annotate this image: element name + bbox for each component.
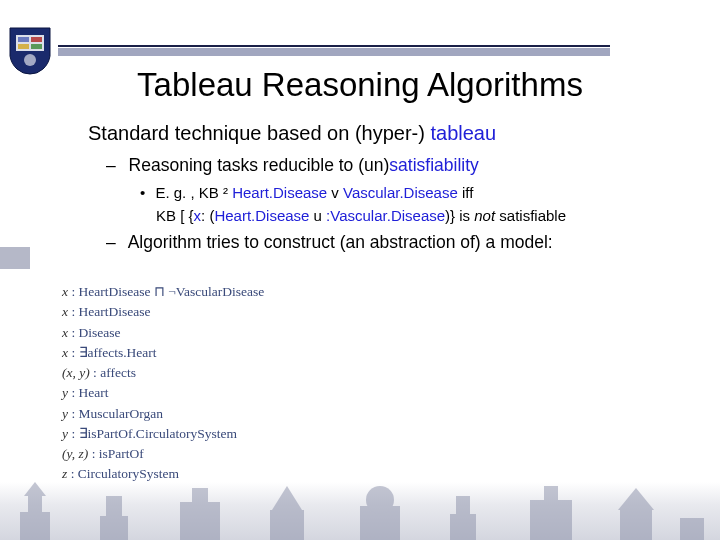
header-bar (0, 20, 720, 46)
svg-marker-8 (24, 482, 46, 496)
row-expr: : Disease (68, 325, 120, 340)
model-row: x : HeartDisease (62, 302, 264, 322)
page-title: Tableau Reasoning Algorithms (0, 66, 720, 104)
row-expr: : ∃isPartOf.CirculatorySystem (68, 426, 237, 441)
open-bracket: [ (180, 207, 188, 224)
slide: Tableau Reasoning Algorithms Standard te… (0, 0, 720, 540)
header-rule-dark (58, 45, 610, 47)
heart-disease: Heart.Disease (228, 184, 331, 201)
bullet-level2-line2: KB [ {x: (Heart.Disease u :Vascular.Dise… (156, 207, 680, 224)
header-rule-light (58, 48, 610, 56)
svg-marker-22 (618, 488, 654, 510)
svg-rect-1 (18, 37, 29, 42)
model-row: (x, y) : affects (62, 363, 264, 383)
satisfiable-text: satisfiable (495, 207, 566, 224)
bullet-level1-satisfiability: – Reasoning tasks reducible to (un)satis… (106, 155, 680, 176)
row-expr: : affects (90, 365, 136, 380)
row-expr: : MuscularOrgan (68, 406, 163, 421)
svg-rect-13 (270, 510, 304, 540)
model-row: y : ∃isPartOf.CirculatorySystem (62, 424, 264, 444)
row-expr: : Heart (68, 385, 108, 400)
svg-rect-19 (530, 500, 572, 540)
kb-text: KB (156, 207, 180, 224)
dot-icon: • (140, 184, 145, 201)
svg-rect-11 (180, 502, 220, 540)
svg-rect-18 (456, 496, 470, 514)
content-body: Standard technique based on (hyper-) tab… (88, 122, 680, 261)
svg-rect-20 (544, 486, 558, 500)
eg-text: E. g. , KB (155, 184, 223, 201)
vascular-disease-2: Vascular.Disease (330, 207, 445, 224)
left-accent-strip (0, 247, 30, 269)
row-expr: : HeartDisease (68, 304, 150, 319)
model-row: y : MuscularOrgan (62, 404, 264, 424)
svg-rect-23 (680, 518, 704, 540)
vascular-disease: Vascular.Disease (339, 184, 458, 201)
x-var: x (194, 207, 202, 224)
model-row: y : Heart (62, 383, 264, 403)
row-expr: : HeartDisease ⊓ ¬VascularDisease (68, 284, 264, 299)
svg-rect-12 (192, 488, 208, 502)
svg-marker-14 (272, 486, 302, 510)
intro-line: Standard technique based on (hyper-) tab… (88, 122, 680, 145)
svg-rect-6 (20, 512, 50, 540)
svg-point-16 (366, 486, 394, 514)
row-expr: : isPartOf (88, 446, 144, 461)
bullet-level2-example: • E. g. , KB ² Heart.Disease v Vascular.… (140, 184, 680, 201)
b1-text: Reasoning tasks reducible to (un) (129, 155, 390, 175)
svg-rect-2 (31, 37, 42, 42)
model-row: x : ∃affects.Heart (62, 343, 264, 363)
iff-text: iff (458, 184, 474, 201)
svg-rect-17 (450, 514, 476, 540)
model-row: (y, z) : isPartOf (62, 444, 264, 464)
row-expr: : CirculatorySystem (67, 466, 179, 481)
close-text: )} is (445, 207, 474, 224)
svg-point-5 (24, 54, 36, 66)
b3-text: Algorithm tries to construct (an abstrac… (128, 232, 553, 252)
heart-disease-2: Heart.Disease (214, 207, 313, 224)
row-var: (x, y) (62, 365, 90, 380)
intro-keyword: tableau (430, 122, 496, 144)
model-row: x : Disease (62, 323, 264, 343)
dash-icon: – (106, 232, 116, 252)
svg-rect-9 (100, 516, 128, 540)
not-italic: not (474, 207, 495, 224)
bullet-level1-algorithm: – Algorithm tries to construct (an abstr… (106, 232, 680, 253)
svg-rect-21 (620, 510, 652, 540)
svg-rect-10 (106, 496, 122, 516)
skyline-icon (0, 482, 720, 540)
u-op: u (314, 207, 322, 224)
model-derivation: x : HeartDisease ⊓ ¬VascularDisease x : … (62, 282, 264, 485)
v-op: v (331, 184, 339, 201)
colon-open: : ( (201, 207, 214, 224)
footer-skyline (0, 482, 720, 540)
intro-text: Standard technique based on (hyper-) (88, 122, 430, 144)
dash-icon: – (106, 155, 116, 175)
row-var: (y, z) (62, 446, 88, 461)
b1-keyword: satisfiability (389, 155, 478, 175)
model-row: x : HeartDisease ⊓ ¬VascularDisease (62, 282, 264, 302)
svg-rect-4 (31, 44, 42, 49)
row-expr: : ∃affects.Heart (68, 345, 157, 360)
svg-rect-3 (18, 44, 29, 49)
